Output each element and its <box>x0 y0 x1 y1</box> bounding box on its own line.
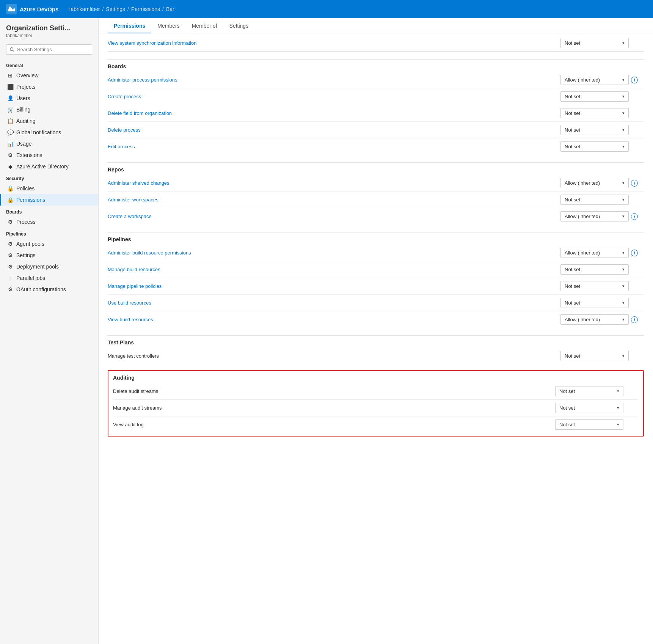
perm-select[interactable]: Allow (inherited) ▾ <box>560 211 629 221</box>
perm-select[interactable]: Not set ▾ <box>560 195 629 205</box>
perm-row: Administer build resource permissions Al… <box>108 245 644 261</box>
perm-name[interactable]: View build resources <box>108 317 560 322</box>
chevron-down-icon: ▾ <box>622 111 625 116</box>
perm-select[interactable]: Not set ▾ <box>555 403 623 413</box>
chevron-down-icon: ▾ <box>622 250 625 255</box>
search-box[interactable] <box>6 44 92 55</box>
perm-select[interactable]: Not set ▾ <box>560 91 629 102</box>
perm-name[interactable]: Delete field from organization <box>108 110 560 116</box>
sidebar-item-process[interactable]: ⚙ Process <box>0 216 98 228</box>
chevron-down-icon: ▾ <box>622 197 625 202</box>
tab-member-of[interactable]: Member of <box>186 18 223 33</box>
billing-icon: 🛒 <box>7 107 13 113</box>
process-icon: ⚙ <box>7 219 13 225</box>
perm-name[interactable]: Administer process permissions <box>108 77 560 83</box>
sidebar-item-permissions[interactable]: 🔒 Permissions <box>0 194 98 206</box>
projects-icon: ⬛ <box>7 84 13 90</box>
boards-section: Boards Administer process permissions Al… <box>108 59 644 155</box>
perm-row: View system synchronization information … <box>108 35 644 52</box>
tab-members[interactable]: Members <box>151 18 185 33</box>
perm-control: Allow (inherited) ▾ i <box>560 314 644 325</box>
notifications-icon: 💬 <box>7 129 13 135</box>
perm-select[interactable]: Not set ▾ <box>555 419 623 430</box>
aad-icon: ◆ <box>7 163 13 170</box>
perm-control: Not set ▾ <box>560 298 644 308</box>
perm-name[interactable]: Create process <box>108 94 560 99</box>
sidebar-item-policies[interactable]: 🔓 Policies <box>0 183 98 194</box>
perm-row: Administer workspaces Not set ▾ <box>108 192 644 208</box>
perm-control: Not set ▾ <box>560 108 644 118</box>
info-icon[interactable]: i <box>631 213 638 220</box>
tab-permissions[interactable]: Permissions <box>108 18 151 33</box>
section-title-general: General <box>0 59 98 70</box>
perm-name[interactable]: Manage pipeline policies <box>108 283 560 289</box>
perm-name[interactable]: Administer shelved changes <box>108 180 560 186</box>
sidebar-item-overview[interactable]: ⊞ Overview <box>0 70 98 81</box>
perm-name[interactable]: Create a workspace <box>108 214 560 219</box>
main-content: Permissions Members Member of Settings V… <box>99 18 653 644</box>
sidebar-header: Organization Setti... fabrikamfiber <box>0 18 98 41</box>
sidebar-item-aad[interactable]: ◆ Azure Active Directory <box>0 161 98 172</box>
perm-row: Create process Not set ▾ <box>108 88 644 105</box>
top-nav: Azure DevOps fabrikamfiber / Settings / … <box>0 0 653 18</box>
perm-select[interactable]: Not set ▾ <box>560 125 629 135</box>
chevron-down-icon: ▾ <box>622 317 625 322</box>
chevron-down-icon: ▾ <box>622 127 625 132</box>
chevron-down-icon: ▾ <box>617 422 619 427</box>
perm-name[interactable]: Administer workspaces <box>108 197 560 203</box>
sidebar-item-deployment-pools[interactable]: ⚙ Deployment pools <box>0 261 98 272</box>
perm-select[interactable]: Not set ▾ <box>560 141 629 152</box>
perm-select[interactable]: Allow (inherited) ▾ <box>560 314 629 325</box>
sidebar-scroll: General ⊞ Overview ⬛ Projects 👤 Users 🛒 … <box>0 59 98 644</box>
sidebar-item-extensions[interactable]: ⚙ Extensions <box>0 149 98 161</box>
perm-select[interactable]: Not set ▾ <box>560 281 629 291</box>
sidebar-item-usage[interactable]: 📊 Usage <box>0 138 98 149</box>
perm-select[interactable]: Not set ▾ <box>560 351 629 361</box>
search-icon <box>9 47 15 52</box>
sidebar-item-users[interactable]: 👤 Users <box>0 93 98 104</box>
perm-name[interactable]: View system synchronization information <box>108 40 560 46</box>
perm-name[interactable]: Edit process <box>108 144 560 149</box>
chevron-down-icon: ▾ <box>622 214 625 219</box>
sidebar-item-billing[interactable]: 🛒 Billing <box>0 104 98 115</box>
perm-select[interactable]: Allow (inherited) ▾ <box>560 75 629 85</box>
perm-row: Delete field from organization Not set ▾ <box>108 105 644 122</box>
perm-select[interactable]: Allow (inherited) ▾ <box>560 178 629 188</box>
perm-select[interactable]: Not set ▾ <box>560 38 629 48</box>
perm-select[interactable]: Not set ▾ <box>555 386 623 396</box>
perm-row: Delete audit streams Not set ▾ <box>113 383 639 400</box>
perm-name[interactable]: Delete process <box>108 127 560 133</box>
search-input[interactable] <box>17 47 89 52</box>
sidebar-item-oauth[interactable]: ⚙ OAuth configurations <box>0 284 98 295</box>
perm-name: Manage audit streams <box>113 405 555 411</box>
perm-select[interactable]: Allow (inherited) ▾ <box>560 248 629 258</box>
info-icon[interactable]: i <box>631 77 638 83</box>
sidebar-item-projects[interactable]: ⬛ Projects <box>0 81 98 93</box>
info-icon[interactable]: i <box>631 180 638 187</box>
perm-name[interactable]: Use build resources <box>108 300 560 306</box>
perm-control: Allow (inherited) ▾ i <box>560 75 644 85</box>
users-icon: 👤 <box>7 95 13 101</box>
auditing-section: Auditing Delete audit streams Not set ▾ … <box>108 370 644 437</box>
info-icon[interactable]: i <box>631 316 638 323</box>
chevron-down-icon: ▾ <box>622 77 625 82</box>
perm-select[interactable]: Not set ▾ <box>560 264 629 275</box>
sidebar-item-auditing[interactable]: 📋 Auditing <box>0 115 98 127</box>
perm-select[interactable]: Not set ▾ <box>560 298 629 308</box>
settings-icon: ⚙ <box>7 252 13 258</box>
lock-icon: 🔒 <box>7 197 13 203</box>
perm-name[interactable]: Manage build resources <box>108 267 560 272</box>
info-icon[interactable]: i <box>631 250 638 256</box>
section-title: Test Plans <box>108 335 644 348</box>
parallel-icon: ∥ <box>7 275 13 281</box>
app-logo[interactable]: Azure DevOps <box>6 4 59 14</box>
perm-name: Delete audit streams <box>113 388 555 394</box>
perm-name[interactable]: Administer build resource permissions <box>108 250 560 256</box>
perm-select[interactable]: Not set ▾ <box>560 108 629 118</box>
deploy-pools-icon: ⚙ <box>7 264 13 270</box>
sidebar-item-settings[interactable]: ⚙ Settings <box>0 250 98 261</box>
sidebar-item-agent-pools[interactable]: ⚙ Agent pools <box>0 238 98 250</box>
sidebar-item-global-notifications[interactable]: 💬 Global notifications <box>0 127 98 138</box>
sidebar-item-parallel-jobs[interactable]: ∥ Parallel jobs <box>0 272 98 284</box>
tab-settings[interactable]: Settings <box>223 18 255 33</box>
